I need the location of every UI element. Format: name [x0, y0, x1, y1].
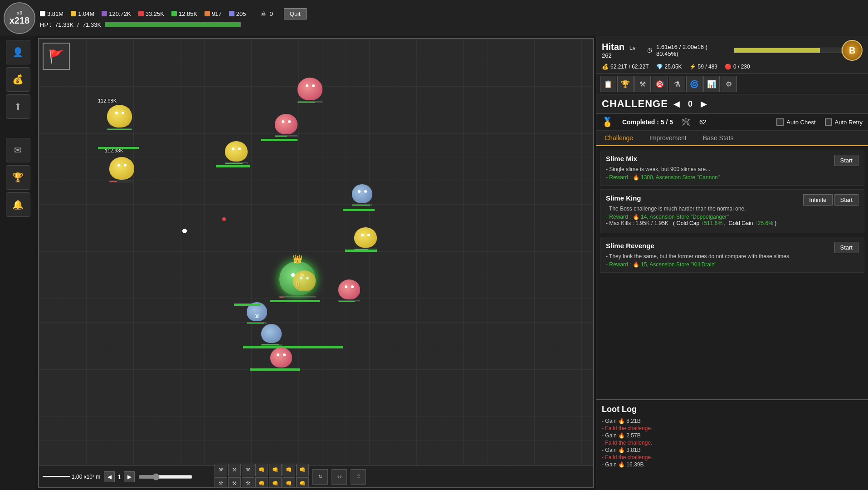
quit-button[interactable]: Quit [284, 8, 307, 20]
gem-icon: 💎 [656, 64, 663, 70]
stat-white-val: 3.81M [47, 10, 63, 17]
flip-v-btn[interactable]: ⇕ [351, 469, 366, 485]
challenge-next-button[interactable]: ▶ [701, 99, 707, 109]
rotate-btn[interactable]: ↻ [312, 469, 328, 485]
sidebar-icon-4[interactable]: ✉ [6, 138, 30, 162]
sidebar-icon-5[interactable]: 🏆 [6, 165, 30, 190]
skull-icon: ☠ [261, 10, 266, 17]
slime-label-2: 112.98K [105, 148, 123, 153]
tool-btn-12[interactable]: 👊 [269, 477, 282, 489]
slime-blue-1 [352, 184, 372, 206]
tool-btn-1[interactable]: ⚒ [215, 464, 227, 476]
hp-line-2 [261, 139, 297, 141]
level-next-button[interactable]: ▶ [124, 471, 135, 482]
hp-row: HP : 71.33K / 71.33K [40, 21, 864, 28]
tool-btn-2[interactable]: ⚒ [228, 464, 241, 476]
red-dot [138, 11, 144, 16]
multiplier-x3: x3 [17, 10, 22, 15]
slime-king-start-button[interactable]: Start [834, 194, 858, 206]
slime-mix-start-button[interactable]: Start [834, 155, 858, 166]
tool-btn-7[interactable]: 👊 [296, 464, 309, 476]
zoom-slider[interactable] [138, 473, 193, 480]
loot-entry-6: - Faild the challenge. [602, 454, 863, 461]
challenge-content: Slime Mix Start - Single slime is weak, … [596, 146, 868, 399]
slime-mix-buttons: Start [834, 155, 858, 166]
tab-base-stats[interactable]: Base Stats [695, 131, 742, 146]
challenge-prev-button[interactable]: ◀ [673, 99, 680, 109]
tool-btn-10[interactable]: ⚒ [242, 477, 254, 489]
tool-btn-14[interactable]: 👊 [296, 477, 309, 489]
flip-h-btn[interactable]: ⇔ [332, 469, 347, 485]
orange-dot [205, 11, 210, 16]
hp-line-5 [345, 250, 377, 252]
sidebar-icon-2[interactable]: 💰 [6, 67, 30, 92]
token-icon: 🔴 [725, 64, 731, 70]
level-prev-button[interactable]: ◀ [104, 471, 115, 482]
toolbar-btn-craft[interactable]: ⚒ [634, 76, 651, 92]
loot-entry-4: - Faild the challenge. [602, 440, 863, 446]
slider-area [138, 473, 211, 480]
medal-icon: 🥇 [602, 117, 613, 127]
death-count: 0 [270, 10, 273, 17]
challenge-nav: ◀ 0 ▶ [673, 99, 707, 109]
stats-area: 3.81M 1.04M 120.72K 33.25K 12.85K 917 [40, 8, 864, 28]
hp-current: 71.33K [55, 21, 73, 28]
rp-xp-bar-area: ⏱ 1.61e16 / 2.00e16 ( 80.45%) [647, 44, 842, 57]
toolbar-btn-trophy[interactable]: 🏆 [617, 76, 634, 92]
rp-stats-row: 💰 62.21T / 62.22T 💎 25.05K ⚡ 59 / 489 🔴 … [602, 64, 863, 70]
multiplier-value: x218 [10, 15, 30, 26]
slime-king-card: Slime King Infinite Start - The Boss cha… [600, 189, 864, 233]
gold-stat: 💰 62.21T / 62.22T [602, 64, 649, 70]
loot-log-section: Loot Log - Gain 🔥 8.21B - Faild the chal… [596, 399, 868, 490]
toolbar-btn-vortex[interactable]: 🌀 [686, 76, 702, 92]
grid-background [39, 39, 593, 469]
toolbar-btn-target[interactable]: 🎯 [652, 76, 668, 92]
hp-label: HP : [40, 21, 51, 28]
auto-retry-checkbox[interactable] [825, 118, 832, 126]
stat-blue: 205 [229, 10, 246, 17]
slime-mix-card: Slime Mix Start - Single slime is weak, … [600, 150, 864, 186]
stat-orange-val: 917 [212, 10, 222, 17]
toolbar-btn-chart[interactable]: 📊 [703, 76, 720, 92]
sidebar-icon-1[interactable]: 👤 [6, 40, 30, 64]
scale-line [43, 476, 70, 477]
projectile-red [222, 217, 226, 221]
toolbar-btn-flask[interactable]: ⚗ [669, 76, 685, 92]
slime-yellow-2 [225, 141, 248, 164]
toolbar-btn-notes[interactable]: 📋 [600, 76, 616, 92]
toolbar-btn-settings[interactable]: ⚙ [721, 76, 737, 92]
sidebar-icon-6[interactable]: 🔔 [6, 192, 30, 217]
loot-entry-1: - Gain 🔥 8.21B [602, 418, 863, 424]
sidebar-spacer [6, 122, 30, 135]
flag-icon[interactable]: 🚩 [43, 43, 70, 70]
tool-btn-6[interactable]: 👊 [283, 464, 295, 476]
token-stat: 🔴 0 / 230 [725, 64, 750, 70]
tool-btn-8[interactable]: ⚒ [215, 477, 227, 489]
tool-btn-13[interactable]: 👊 [283, 477, 295, 489]
tool-btn-5[interactable]: 👊 [269, 464, 282, 476]
slime-label-1: 112.98K [98, 98, 117, 103]
tool-btn-9[interactable]: ⚒ [228, 477, 241, 489]
auto-chest-checkbox[interactable] [776, 118, 784, 126]
hp-bar-fill [105, 22, 240, 27]
tool-grid-1: ⚒ ⚒ ⚒ 👊 👊 👊 👊 [215, 464, 309, 476]
slime-revenge-start-button[interactable]: Start [834, 242, 858, 253]
slime-mix-desc1: - Single slime is weak, but 900 slimes a… [606, 166, 858, 172]
tool-btn-3[interactable]: ⚒ [242, 464, 254, 476]
projectile-1 [182, 229, 187, 233]
tab-challenge[interactable]: Challenge [596, 131, 641, 146]
tool-btn-4[interactable]: 👊 [255, 464, 268, 476]
slime-king-infinite-button[interactable]: Infinite [803, 194, 832, 206]
sidebar-icon-3[interactable]: ⬆ [6, 94, 30, 119]
power-stat: ⚡ 59 / 489 [689, 64, 717, 70]
auto-retry-label: Auto Retry [835, 119, 863, 126]
tab-improvement[interactable]: Improvement [641, 131, 695, 146]
rp-player-name: Hitan Lv 262 [602, 42, 647, 59]
skull-area: ☠ 0 [261, 10, 273, 17]
tool-btn-11[interactable]: 👊 [255, 477, 268, 489]
token-value: 0 / 230 [733, 64, 750, 70]
hp-line-6 [243, 346, 343, 348]
level-controls: ◀ 1 ▶ [104, 471, 135, 482]
slime-pink-mid [275, 114, 297, 137]
challenge-header: CHALLENGE ◀ 0 ▶ [596, 94, 868, 114]
